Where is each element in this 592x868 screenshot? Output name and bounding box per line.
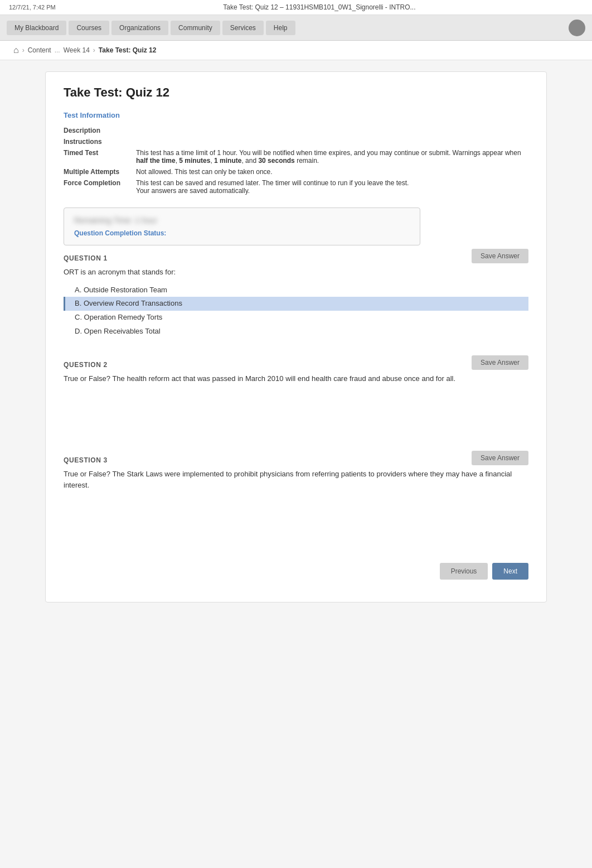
breadcrumb-sep-3: › [93,46,95,54]
previous-button[interactable]: Previous [440,563,488,580]
test-info-section: Test Information Description Instruction… [64,111,528,196]
question-2-block: QUESTION 2 Save Answer True or False? Th… [64,361,528,435]
question-1-text: ORT is an acronym that stands for: [64,267,528,278]
info-row-completion: Force Completion This test can be saved … [64,177,528,196]
answer-1c[interactable]: C. Operation Remedy Torts [64,311,528,325]
info-value-timed: This test has a time limit of 1 hour. Yo… [136,147,528,166]
save-answer-3-button[interactable]: Save Answer [472,451,528,465]
next-button[interactable]: Next [492,563,528,580]
timer-box: Remaining Time: 1 hour Question Completi… [64,208,420,245]
page-title: Take Test: Quiz 12 [64,85,528,100]
bold-5min: 5 minutes [179,157,210,165]
info-value-completion: This test can be saved and resumed later… [136,177,528,196]
question-2-text: True or False? The health reform act tha… [64,373,528,384]
nav-bar: My Blackboard Courses Organizations Comm… [0,15,592,41]
home-icon[interactable]: ⌂ [13,45,19,55]
info-row-description: Description [64,125,528,136]
question-1-label: QUESTION 1 [64,254,108,262]
save-answer-2-button[interactable]: Save Answer [472,355,528,370]
page-tab-title: Take Test: Quiz 12 – 11931HSMB101_0W1_Si… [223,3,415,11]
datetime: 12/7/21, 7:42 PM [9,4,56,11]
main-content: Take Test: Quiz 12 Test Information Desc… [45,71,547,602]
question-3-block: QUESTION 3 Save Answer True or False? Th… [64,456,528,541]
timer-remaining: Remaining Time: 1 hour [74,216,410,225]
questions-area: QUESTION 1 Save Answer ORT is an acronym… [64,254,528,541]
answer-1d[interactable]: D. Open Receivables Total [64,325,528,339]
info-value-attempts: Not allowed. This test can only be taken… [136,166,528,177]
nav-item-organizations[interactable]: Organizations [111,21,168,35]
bold-half-time: half the time [136,157,176,165]
info-row-instructions: Instructions [64,136,528,147]
breadcrumb: ⌂ › Content ... Week 14 › Take Test: Qui… [0,41,592,60]
info-label-attempts: Multiple Attempts [64,166,136,177]
nav-item-courses[interactable]: Courses [69,21,109,35]
breadcrumb-week14[interactable]: Week 14 [64,46,90,54]
nav-item-help[interactable]: Help [266,21,295,35]
test-info-table: Description Instructions Timed Test This… [64,125,528,196]
info-value-description [136,125,528,136]
info-row-attempts: Multiple Attempts Not allowed. This test… [64,166,528,177]
q2-answer-area [64,389,528,434]
bold-1min: 1 minute [214,157,241,165]
question-completion-status: Question Completion Status: [74,229,410,237]
breadcrumb-content[interactable]: Content [28,46,51,54]
question-1-block: QUESTION 1 Save Answer ORT is an acronym… [64,254,528,339]
breadcrumb-sep-2: ... [55,46,60,54]
question-3-label: QUESTION 3 [64,456,108,464]
info-label-timed: Timed Test [64,147,136,166]
info-value-instructions [136,136,528,147]
question-3-text: True or False? The Stark Laws were imple… [64,469,528,490]
nav-item-services[interactable]: Services [222,21,264,35]
user-avatar[interactable] [569,20,585,36]
question-2-label: QUESTION 2 [64,361,108,369]
info-label-completion: Force Completion [64,177,136,196]
bottom-nav: Previous Next [64,563,528,580]
answer-1b[interactable]: B. Overview Record Transactions [64,297,528,311]
info-label-instructions: Instructions [64,136,136,147]
info-label-description: Description [64,125,136,136]
nav-item-myblackboard[interactable]: My Blackboard [7,21,66,35]
answer-1a[interactable]: A. Outside Restoration Team [64,283,528,297]
test-info-header: Test Information [64,111,528,119]
top-bar: 12/7/21, 7:42 PM Take Test: Quiz 12 – 11… [0,0,592,15]
bold-30sec: 30 seconds [258,157,294,165]
save-answer-1-button[interactable]: Save Answer [472,249,528,263]
q3-answer-area [64,496,528,541]
info-row-timed: Timed Test This test has a time limit of… [64,147,528,166]
breadcrumb-current: Take Test: Quiz 12 [99,46,157,54]
nav-item-community[interactable]: Community [171,21,220,35]
breadcrumb-sep-1: › [22,46,25,54]
